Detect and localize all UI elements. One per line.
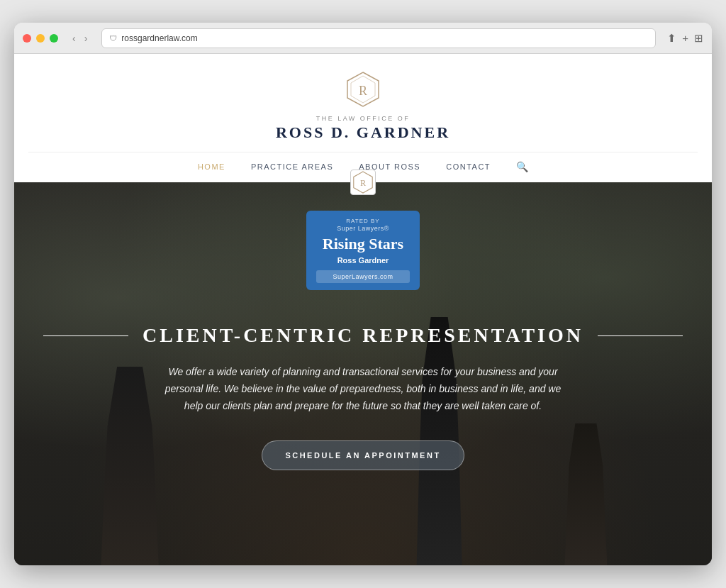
rising-stars-badge: RATED BY Super Lawyers® Rising Stars Ros… bbox=[306, 211, 420, 290]
back-button[interactable]: ‹ bbox=[69, 31, 79, 45]
fullscreen-button[interactable] bbox=[50, 34, 58, 43]
badge-super-lawyers-label: Super Lawyers® bbox=[316, 225, 410, 232]
browser-actions: ⬆ + ⊞ bbox=[667, 32, 703, 45]
hero-headline: CLIENT-CENTRIC REPRESENTATION bbox=[143, 324, 583, 347]
browser-titlebar: ‹ › 🛡 rossgardnerlaw.com ⬆ + ⊞ bbox=[14, 23, 712, 54]
nav-contact[interactable]: CONTACT bbox=[446, 162, 491, 171]
badge-website-url: SuperLawyers.com bbox=[316, 270, 410, 283]
headline-line-right bbox=[598, 335, 683, 336]
hero-content: RATED BY Super Lawyers® Rising Stars Ros… bbox=[14, 182, 712, 565]
url-display: rossgardnerlaw.com bbox=[121, 33, 197, 43]
nav-home[interactable]: HOME bbox=[198, 162, 225, 171]
browser-window: ‹ › 🛡 rossgardnerlaw.com ⬆ + ⊞ bbox=[14, 23, 712, 565]
minimize-button[interactable] bbox=[36, 34, 45, 43]
security-icon: 🛡 bbox=[109, 34, 117, 43]
firm-name: ROSS D. GARDNER bbox=[28, 123, 698, 142]
sticky-logo: R bbox=[350, 170, 376, 195]
share-button[interactable]: ⬆ bbox=[667, 32, 676, 45]
hero-description: We offer a wide variety of planning and … bbox=[143, 364, 583, 414]
tab-overview-button[interactable]: ⊞ bbox=[694, 32, 703, 45]
close-button[interactable] bbox=[23, 34, 31, 43]
browser-controls: ‹ › bbox=[69, 31, 90, 45]
site-header: R THE LAW OFFICE OF ROSS D. GARDNER HOME… bbox=[14, 54, 712, 182]
badge-rising-stars-title: Rising Stars bbox=[316, 235, 410, 253]
headline-line-left bbox=[43, 335, 128, 336]
schedule-appointment-button[interactable]: SCHEDULE AN APPOINTMENT bbox=[262, 440, 464, 470]
traffic-lights bbox=[23, 34, 58, 43]
new-tab-button[interactable]: + bbox=[682, 32, 688, 45]
badge-attorney-name: Ross Gardner bbox=[316, 256, 410, 265]
hero-section: RATED BY Super Lawyers® Rising Stars Ros… bbox=[14, 182, 712, 565]
svg-text:R: R bbox=[359, 84, 367, 98]
logo-emblem: R bbox=[345, 71, 381, 108]
hero-headline-wrapper: CLIENT-CENTRIC REPRESENTATION bbox=[14, 324, 712, 347]
search-icon[interactable]: 🔍 bbox=[516, 161, 528, 172]
forward-button[interactable]: › bbox=[82, 31, 91, 45]
nav-practice-areas[interactable]: PRACTICE AREAS bbox=[251, 162, 333, 171]
badge-rated-by: RATED BY bbox=[316, 218, 410, 224]
firm-subtitle: THE LAW OFFICE OF bbox=[28, 115, 698, 122]
address-bar[interactable]: 🛡 rossgardnerlaw.com bbox=[101, 28, 656, 48]
svg-text:R: R bbox=[360, 178, 367, 188]
website-content: R THE LAW OFFICE OF ROSS D. GARDNER HOME… bbox=[14, 54, 712, 565]
